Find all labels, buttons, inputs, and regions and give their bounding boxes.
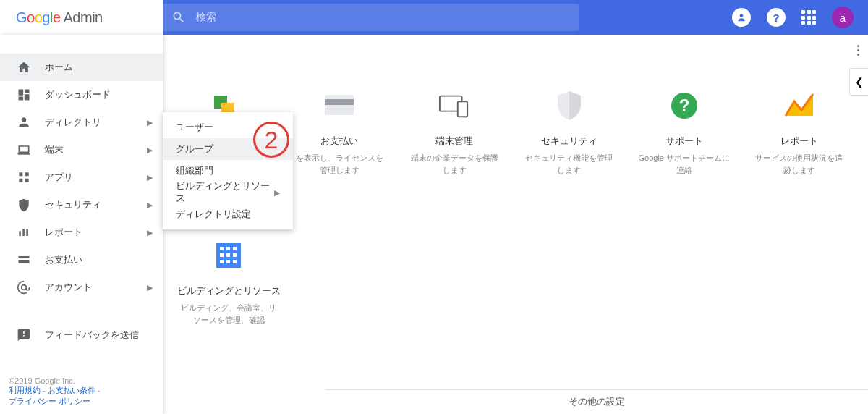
footer-links: ©2019 Google Inc. 利用規約 - お支払い条件 - プライバシー…: [0, 372, 163, 414]
nav-list: ホーム ダッシュボード ディレクトリ ▶ 端末 ▶ アプリ ▶ セキュリティ ▶: [0, 35, 163, 372]
chevron-right-icon: ▶: [147, 200, 153, 210]
svg-rect-17: [226, 260, 230, 263]
person-icon: [16, 114, 32, 130]
chevron-right-icon: ▶: [147, 118, 153, 127]
card-title: サポート: [632, 135, 736, 148]
sidebar-item-reports[interactable]: レポート ▶: [0, 219, 163, 246]
help-icon[interactable]: ?: [767, 8, 786, 27]
sidebar-item-label: アカウント: [45, 281, 92, 294]
sidebar-item-label: アプリ: [45, 171, 73, 184]
svg-rect-12: [233, 247, 237, 250]
search-placeholder: 検索: [196, 11, 216, 24]
sidebar-item-label: ホーム: [45, 61, 73, 74]
submenu-item-orgunits[interactable]: 組織部門: [163, 160, 293, 182]
card-desc: ビルディング、会議室、リソースを管理、確認: [173, 302, 284, 326]
card-title: レポート: [747, 135, 851, 148]
link-billing-terms[interactable]: お支払い条件: [48, 386, 95, 394]
card-desc: セキュリティ機能を管理します: [517, 152, 621, 176]
chevron-right-icon: ▶: [147, 228, 153, 237]
sidebar-item-apps[interactable]: アプリ ▶: [0, 164, 163, 191]
sidebar-item-label: レポート: [45, 226, 82, 239]
shield-card-icon: [553, 90, 585, 122]
at-icon: [16, 279, 32, 295]
sidebar-item-account[interactable]: アカウント ▶: [0, 274, 163, 301]
google-admin-logo: GoogleAdmin: [16, 9, 103, 26]
copyright: ©2019 Google Inc.: [9, 376, 154, 385]
dashboard-icon: [16, 87, 32, 103]
card-device-management[interactable]: 端末管理 端末の企業データを保護します: [400, 84, 509, 182]
svg-point-0: [740, 14, 744, 17]
card-desc: サービスの使用状況を追跡します: [747, 152, 851, 176]
card-desc: Google サポートチームに連絡: [632, 152, 736, 176]
sidebar-item-devices[interactable]: 端末 ▶: [0, 136, 163, 164]
card-security[interactable]: セキュリティ セキュリティ機能を管理します: [514, 84, 624, 182]
card-billing[interactable]: お支払い を表示し、ライセンスを管理します: [285, 84, 394, 182]
logo-area: GoogleAdmin: [0, 0, 163, 35]
sidebar: ホーム ダッシュボード ディレクトリ ▶ 端末 ▶ アプリ ▶ セキュリティ ▶: [0, 35, 163, 414]
chevron-right-icon: ▶: [147, 283, 153, 292]
search-container: 検索: [163, 4, 732, 31]
submenu-item-dirsettings[interactable]: ディレクトリ設定: [163, 203, 293, 225]
apps-icon: [16, 169, 32, 185]
support-card-icon: ?: [668, 90, 700, 122]
chevron-right-icon: ▶: [147, 145, 153, 155]
svg-rect-4: [325, 99, 354, 105]
sidebar-item-dashboard[interactable]: ダッシュボード: [0, 81, 163, 109]
devices-icon: [16, 142, 32, 158]
more-menu-icon[interactable]: [857, 45, 859, 56]
sidebar-item-directory[interactable]: ディレクトリ ▶: [0, 109, 163, 136]
svg-rect-18: [233, 260, 237, 263]
card-title: 端末管理: [403, 135, 506, 148]
sidebar-item-label: セキュリティ: [45, 198, 101, 211]
search-icon: [171, 10, 186, 25]
card-support[interactable]: ? サポート Google サポートチームに連絡: [629, 84, 739, 182]
svg-rect-13: [220, 253, 224, 257]
svg-rect-15: [233, 253, 237, 257]
svg-rect-11: [226, 247, 230, 250]
device-card-icon: [438, 90, 470, 122]
card-title: お支払い: [288, 135, 391, 148]
apps-grid-icon[interactable]: [801, 10, 816, 25]
account-icon[interactable]: [732, 8, 751, 27]
card-icon: [16, 252, 32, 268]
sidebar-item-feedback[interactable]: フィードバックを送信: [0, 321, 163, 349]
card-desc: を表示し、ライセンスを管理します: [288, 152, 391, 176]
top-right-actions: ? a: [732, 7, 868, 28]
submenu-item-buildings[interactable]: ビルディングとリソース▶: [163, 182, 293, 203]
sidebar-item-label: ディレクトリ: [45, 116, 101, 129]
sidebar-item-billing[interactable]: お支払い: [0, 246, 163, 274]
svg-rect-14: [226, 253, 230, 257]
shield-icon: [16, 197, 32, 213]
building-card-icon: [213, 240, 244, 271]
card-reports[interactable]: レポート サービスの使用状況を追跡します: [744, 84, 854, 182]
sidebar-item-label: 端末: [45, 143, 64, 156]
sidebar-item-label: お支払い: [45, 253, 82, 266]
chevron-right-icon: ▶: [147, 173, 153, 182]
card-title: ビルディングとリソース: [173, 284, 284, 297]
sidebar-item-label: フィードバックを送信: [45, 329, 139, 342]
reports-card-icon: [783, 90, 815, 122]
cards-row-2: ビルディングとリソース ビルディング、会議室、リソースを管理、確認: [170, 234, 287, 331]
card-buildings-resources[interactable]: ビルディングとリソース ビルディング、会議室、リソースを管理、確認: [170, 234, 287, 331]
svg-text:?: ?: [678, 96, 689, 115]
card-desc: 端末の企業データを保護します: [403, 152, 506, 176]
sidebar-item-label: ダッシュボード: [45, 88, 111, 101]
avatar[interactable]: a: [832, 7, 854, 28]
annotation-circle: 2: [253, 122, 289, 158]
home-icon: [16, 59, 32, 75]
search-input[interactable]: 検索: [163, 4, 579, 31]
reports-icon: [16, 224, 32, 240]
top-bar: GoogleAdmin 検索 ? a: [0, 0, 868, 35]
svg-rect-10: [220, 247, 224, 250]
bottom-bar-label: その他の設定: [569, 396, 625, 408]
card-title: セキュリティ: [517, 135, 621, 148]
sidebar-item-security[interactable]: セキュリティ ▶: [0, 191, 163, 219]
svg-rect-6: [458, 101, 467, 117]
sidebar-item-home[interactable]: ホーム: [0, 54, 163, 81]
svg-rect-16: [220, 260, 224, 263]
billing-card-icon: [323, 90, 355, 122]
link-privacy[interactable]: プライバシー ポリシー: [9, 397, 90, 405]
feedback-icon: [16, 327, 32, 343]
link-terms[interactable]: 利用規約: [9, 386, 41, 394]
bottom-bar[interactable]: その他の設定: [326, 389, 868, 414]
